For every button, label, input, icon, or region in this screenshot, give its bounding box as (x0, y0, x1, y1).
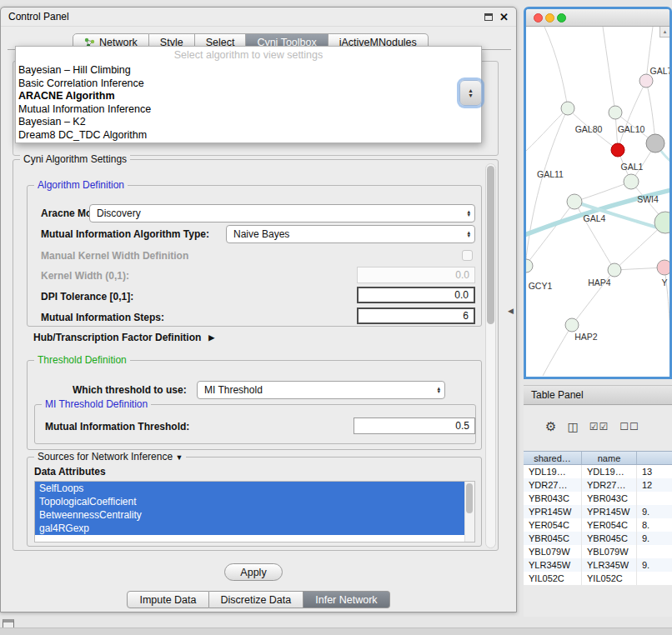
table-cell: YER054C (524, 518, 582, 532)
control-panel-titlebar: Control Panel ✕ (1, 8, 516, 27)
gear-icon[interactable]: ⚙ (545, 419, 556, 434)
manual-kernel-width-label: Manual Kernel Width Definition (41, 250, 188, 262)
zoom-traffic-light[interactable] (557, 13, 566, 22)
table-cell: YPR145W (582, 505, 637, 518)
sources-section-title[interactable]: Sources for Network Inference ▼ (34, 451, 186, 462)
table-row[interactable]: YBL079W YBL079W (524, 545, 672, 558)
data-attribute-item[interactable]: TopologicalCoefficient (35, 495, 464, 508)
table-row[interactable]: YER054C YER054C 8. (524, 518, 672, 532)
scrollbar-thumb[interactable] (466, 483, 473, 513)
network-node[interactable] (646, 134, 664, 152)
table-cell: 9. (637, 532, 672, 545)
table-cell: YBL079W (524, 545, 582, 558)
table-toolbar: ⚙ ◫ ☑☑ ☐☐ (524, 419, 672, 434)
network-canvas[interactable]: GAL7 GAL80 GAL10 GAL11 GAL1 SWI4 GAL4 GC… (526, 27, 669, 376)
table-column-header[interactable] (637, 452, 672, 464)
table-row[interactable]: YBR043C YBR043C (524, 492, 672, 505)
expand-right-icon: ▶ (208, 333, 214, 342)
table-column-header[interactable]: shared… (524, 452, 582, 464)
which-threshold-label: Which threshold to use: (73, 384, 187, 396)
which-threshold-select[interactable]: MI Threshold ▴▾ (197, 381, 445, 399)
float-window-icon[interactable] (484, 13, 493, 21)
hub-transcription-factor-label: Hub/Transcription Factor Definition (33, 332, 201, 343)
which-threshold-value: MI Threshold (204, 384, 263, 396)
aracne-mode-select[interactable]: Discovery ▴▾ (89, 204, 475, 222)
table-cell: YLR345W (582, 558, 637, 572)
network-window-titlebar (526, 9, 669, 27)
algorithm-option[interactable]: Basic Correlation Inference (16, 78, 481, 91)
bottom-tab[interactable]: Impute Data (127, 591, 208, 608)
close-icon[interactable]: ✕ (499, 12, 509, 22)
manual-kernel-width-checkbox (462, 250, 473, 261)
network-node[interactable] (608, 263, 621, 277)
network-node-label: HAP4 (588, 278, 611, 288)
algorithm-option[interactable]: Bayesian – Hill Climbing (16, 64, 481, 78)
chevron-updown-icon: ▴▾ (467, 231, 470, 238)
close-traffic-light[interactable] (534, 13, 543, 22)
network-node-label: Y (661, 278, 667, 288)
table-cell: YIL052C (524, 572, 582, 585)
deselect-all-checkboxes-icon[interactable]: ☐☐ (619, 421, 639, 432)
kernel-width-field (357, 267, 475, 283)
bottom-tab[interactable]: Infer Network (303, 591, 389, 608)
network-node-highlighted[interactable] (611, 143, 624, 157)
apply-button[interactable]: Apply (224, 563, 283, 581)
mi-steps-field[interactable] (357, 308, 475, 324)
algorithm-options: Bayesian – Hill Climbing Basic Correlati… (16, 64, 481, 142)
data-attributes-list[interactable]: SelfLoops TopologicalCoefficient Between… (34, 481, 475, 542)
table-header-row: shared… name (524, 451, 672, 465)
table-cell: YDL19… (582, 465, 637, 478)
hub-transcription-factor-section[interactable]: Hub/Transcription Factor Definition ▶ (33, 332, 214, 343)
data-attribute-item[interactable]: SelfLoops (35, 482, 464, 495)
network-node[interactable] (526, 259, 533, 272)
scrollbar-up-arrow[interactable]: ▴ (659, 27, 669, 38)
algorithm-dropdown-popup: Select algorithm to view settings Bayesi… (15, 46, 482, 143)
split-pane-collapse-icon[interactable]: ◀ (508, 307, 514, 315)
list-scrollbar[interactable] (464, 482, 474, 542)
network-node[interactable] (565, 318, 579, 332)
table-cell: YDR27… (524, 478, 582, 492)
network-node-label: GAL4 (584, 213, 606, 223)
table-column-header[interactable]: name (582, 452, 637, 464)
data-attribute-item[interactable]: gal4RGexp (35, 522, 464, 535)
mi-algorithm-type-select[interactable]: Naive Bayes ▴▾ (226, 225, 475, 243)
algorithm-option[interactable]: Bayesian – K2 (16, 116, 481, 129)
columns-icon[interactable]: ◫ (567, 420, 578, 433)
network-node[interactable] (561, 102, 574, 115)
algorithm-option[interactable]: Dream8 DC_TDC Algorithm (16, 129, 481, 142)
table-panel-titlebar: Table Panel (524, 385, 672, 405)
algorithm-combobox-button[interactable]: ▴ ▾ (459, 80, 482, 106)
table-row[interactable]: YLR345W YLR345W 9. (524, 558, 672, 572)
algorithm-option[interactable]: Mutual Information Inference (16, 103, 481, 117)
data-attributes-label: Data Attributes (34, 466, 106, 478)
table-row[interactable]: YDL19… YDL19… 13 (524, 465, 672, 478)
table-cell: YBR045C (582, 532, 637, 545)
table-cell: 9. (637, 558, 672, 572)
data-attribute-item[interactable]: BetweennessCentrality (35, 508, 464, 522)
table-row[interactable]: YDR27… YDR27… 12 (524, 478, 672, 492)
dpi-tolerance-field[interactable] (357, 287, 475, 303)
select-all-checkboxes-icon[interactable]: ☑☑ (589, 421, 609, 432)
algorithm-option[interactable]: ARACNE Algorithm (16, 90, 481, 103)
algorithm-definition-group: Algorithm Definition Aracne Mode: Discov… (27, 185, 482, 327)
network-node[interactable] (609, 106, 622, 119)
mi-algorithm-type-value: Naive Bayes (233, 228, 289, 240)
aracne-mode-value: Discovery (97, 208, 141, 219)
mi-threshold-field[interactable] (354, 418, 475, 434)
scrollbar-thumb[interactable] (487, 166, 494, 324)
network-node[interactable] (657, 260, 669, 275)
network-node[interactable] (567, 194, 582, 209)
network-node-label: GAL11 (537, 169, 564, 179)
table-row[interactable]: YPR145W YPR145W 9. (524, 505, 672, 518)
chevron-updown-icon: ▴▾ (437, 387, 440, 394)
table-row[interactable]: YBR045C YBR045C 9. (524, 532, 672, 545)
network-node-label: GAL1 (621, 162, 644, 172)
sources-for-network-inference-group: Sources for Network Inference ▼ Data Att… (27, 457, 482, 547)
table-row[interactable]: YIL052C YIL052C (524, 572, 672, 585)
network-node[interactable] (624, 174, 639, 189)
table-body: YDL19… YDL19… 13 YDR27… YDR27… 12 YBR043… (524, 465, 672, 585)
settings-scrollbar[interactable] (485, 163, 496, 548)
bottom-tab[interactable]: Discretize Data (209, 591, 304, 608)
minimize-traffic-light[interactable] (545, 13, 554, 22)
network-node[interactable] (639, 74, 653, 88)
